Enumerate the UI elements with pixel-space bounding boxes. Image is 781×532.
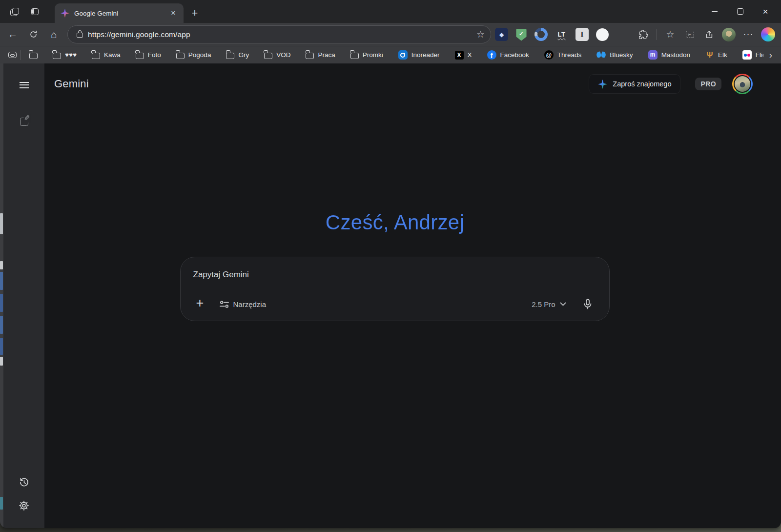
web-capture-button[interactable]: ✂ bbox=[681, 26, 698, 43]
bookmark-label: Elk bbox=[718, 51, 727, 59]
new-chat-icon bbox=[20, 118, 28, 126]
bookmarks-menu-button[interactable] bbox=[5, 49, 20, 61]
puzzle-icon bbox=[638, 30, 648, 40]
bookmark-label: VOD bbox=[276, 51, 290, 59]
tab-actions-icon bbox=[31, 8, 39, 15]
favorite-star-icon[interactable]: ☆ bbox=[476, 29, 485, 40]
bookmark-item[interactable]: Kawa bbox=[87, 49, 125, 61]
browser-window: Google Gemini × + × ← ⌂ https://gemini.g… bbox=[0, 0, 781, 528]
bookmark-item[interactable]: Inoreader bbox=[394, 48, 444, 61]
bookmark-item[interactable]: VOD bbox=[260, 49, 295, 61]
settings-button[interactable] bbox=[13, 495, 35, 516]
home-button[interactable]: ⌂ bbox=[45, 26, 62, 43]
prompt-placeholder: Zapytaj Gemini bbox=[193, 270, 596, 280]
background-window-sliver bbox=[0, 63, 3, 528]
close-button[interactable]: × bbox=[753, 0, 778, 23]
workspaces-button[interactable] bbox=[6, 3, 22, 20]
url-text: https://gemini.google.com/app bbox=[88, 30, 476, 39]
tools-sliders-icon bbox=[220, 301, 229, 308]
folder-icon bbox=[264, 53, 272, 59]
prompt-input[interactable]: Zapytaj Gemini + Narzędzia bbox=[180, 257, 610, 321]
bookmark-item[interactable]: Gry bbox=[222, 49, 253, 61]
favorites-button[interactable]: ☆ bbox=[662, 26, 678, 43]
privacy-dial-icon[interactable] bbox=[534, 28, 548, 41]
gemini-main: Gemini Zaproś znajomego PRO Cześć, Andrz… bbox=[44, 63, 781, 528]
threads-icon bbox=[544, 50, 554, 60]
bluesky-icon bbox=[596, 51, 606, 59]
gemini-wordmark: Gemini bbox=[54, 78, 89, 90]
sliver-block bbox=[0, 213, 3, 234]
bookmark-item[interactable]: Facebook bbox=[483, 48, 534, 61]
sliver-block bbox=[0, 261, 3, 269]
extensions-button[interactable] bbox=[635, 26, 652, 43]
bookmark-item[interactable]: Threads bbox=[540, 48, 586, 61]
plan-badge[interactable]: PRO bbox=[695, 78, 721, 90]
share-button[interactable] bbox=[701, 26, 718, 43]
chevron-down-icon bbox=[560, 302, 566, 306]
browser-profile-button[interactable] bbox=[720, 26, 737, 43]
sliver-block bbox=[0, 294, 3, 312]
bookmark-item[interactable]: Flickr bbox=[738, 48, 763, 61]
model-selector[interactable]: 2.5 Pro bbox=[532, 300, 566, 308]
bookmark-item[interactable]: X bbox=[451, 49, 476, 61]
bookmark-item[interactable]: Elk bbox=[701, 49, 732, 61]
bookmark-item[interactable]: Praca bbox=[301, 49, 339, 61]
minimize-button[interactable] bbox=[702, 0, 727, 23]
history-button[interactable] bbox=[13, 471, 35, 493]
languagetool-icon[interactable]: LT bbox=[555, 28, 568, 41]
bookmark-item[interactable]: Foto bbox=[131, 49, 165, 61]
copilot-button[interactable] bbox=[760, 26, 776, 43]
new-chat-button[interactable] bbox=[13, 110, 35, 132]
tools-label: Narzędzia bbox=[233, 300, 267, 308]
back-button[interactable]: ← bbox=[4, 26, 21, 43]
reload-icon bbox=[29, 30, 38, 39]
folder-icon bbox=[176, 53, 185, 59]
bookmark-item[interactable]: Mastodon bbox=[644, 48, 695, 61]
bookmark-item[interactable]: Bluesky bbox=[592, 49, 637, 61]
bookmark-item[interactable] bbox=[25, 49, 42, 61]
folder-icon bbox=[306, 53, 314, 59]
inoreader-icon bbox=[398, 50, 408, 60]
gemini-sidebar bbox=[3, 63, 44, 528]
new-tab-button[interactable]: + bbox=[187, 6, 202, 20]
add-attachment-button[interactable]: + bbox=[191, 295, 209, 313]
invite-friend-button[interactable]: Zaproś znajomego bbox=[589, 74, 680, 94]
reload-button[interactable] bbox=[24, 26, 42, 43]
sliver-block bbox=[0, 357, 3, 366]
bookmark-item[interactable]: ♥♥♥ bbox=[48, 49, 81, 61]
history-icon bbox=[19, 477, 29, 488]
bookmarks-overflow-button[interactable]: › bbox=[763, 49, 778, 61]
back-icon: ← bbox=[8, 29, 18, 40]
maximize-button[interactable] bbox=[727, 0, 753, 23]
plus-icon: + bbox=[196, 296, 204, 311]
microphone-icon bbox=[583, 299, 593, 309]
greeting-text: Cześć, Andrzej bbox=[44, 211, 745, 234]
toolbar: ← ⌂ https://gemini.google.com/app ☆ LTI … bbox=[0, 23, 781, 46]
copilot-icon bbox=[761, 27, 775, 41]
account-avatar[interactable] bbox=[732, 74, 753, 94]
browser-tab[interactable]: Google Gemini × bbox=[55, 3, 184, 23]
gear-icon bbox=[19, 500, 29, 511]
bookmark-label: Bluesky bbox=[610, 51, 633, 59]
bookmark-item[interactable]: Pogoda bbox=[172, 49, 216, 61]
main-menu-button[interactable] bbox=[13, 74, 35, 96]
settings-more-button[interactable]: ··· bbox=[740, 26, 757, 43]
bookmark-item[interactable]: Promki bbox=[346, 49, 388, 61]
tools-button[interactable]: Narzędzia bbox=[220, 300, 267, 308]
tab-actions-button[interactable] bbox=[26, 3, 43, 20]
address-bar[interactable]: https://gemini.google.com/app ☆ bbox=[67, 25, 491, 43]
white-circle-extension-icon[interactable] bbox=[596, 28, 609, 41]
invite-friend-label: Zaproś znajomego bbox=[613, 80, 671, 88]
bookmark-label: ♥♥♥ bbox=[65, 51, 77, 59]
bookmark-label: Pogoda bbox=[188, 51, 211, 59]
navy-extension-icon[interactable] bbox=[495, 28, 508, 41]
page-content: Gemini Zaproś znajomego PRO Cześć, Andrz… bbox=[0, 63, 781, 528]
bookmark-label: Threads bbox=[557, 51, 582, 59]
tab-close-icon[interactable]: × bbox=[168, 8, 179, 19]
adguard-shield-icon[interactable] bbox=[515, 28, 527, 41]
facebook-icon bbox=[487, 50, 496, 60]
microphone-button[interactable] bbox=[579, 295, 596, 313]
x-icon bbox=[455, 51, 464, 60]
instapaper-icon[interactable]: I bbox=[575, 28, 589, 41]
share-icon bbox=[705, 30, 714, 39]
